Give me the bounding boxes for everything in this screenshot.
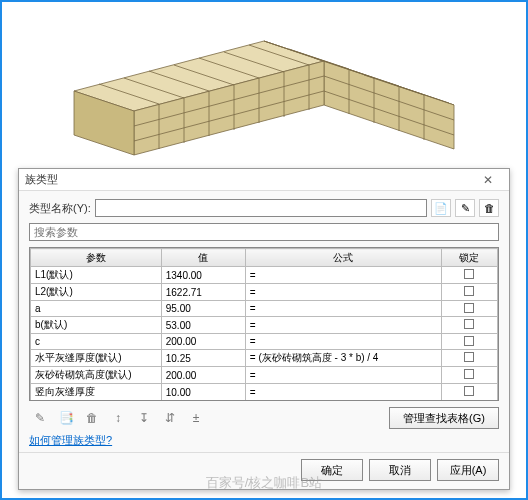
- brick-wall-illustration: [54, 11, 474, 161]
- titlebar: 族类型 ✕: [19, 169, 509, 191]
- tool-delete[interactable]: 🗑: [81, 408, 103, 428]
- col-value: 值: [161, 249, 245, 267]
- dialog-title: 族类型: [25, 172, 58, 187]
- table-row[interactable]: 水平灰缝厚度(默认)10.25= (灰砂砖砌筑高度 - 3 * b) / 4: [31, 350, 498, 367]
- table-row[interactable]: L2(默认)1622.71=: [31, 284, 498, 301]
- help-link[interactable]: 如何管理族类型?: [29, 433, 499, 448]
- table-row[interactable]: 灰砂砖砌筑高度(默认)200.00=: [31, 367, 498, 384]
- tool-moveup[interactable]: ↕: [107, 408, 129, 428]
- col-param: 参数: [31, 249, 162, 267]
- lock-checkbox[interactable]: [464, 369, 474, 379]
- tool-sort[interactable]: ⇵: [159, 408, 181, 428]
- document-icon: 📄: [434, 202, 448, 215]
- lock-checkbox[interactable]: [464, 352, 474, 362]
- search-input[interactable]: [29, 223, 499, 241]
- table-row[interactable]: c200.00=: [31, 334, 498, 350]
- close-icon[interactable]: ✕: [473, 172, 503, 188]
- lock-checkbox[interactable]: [464, 336, 474, 346]
- family-types-dialog: 族类型 ✕ 类型名称(Y): 📄 ✎ 🗑 参数 值 公式: [18, 168, 510, 490]
- type-name-label: 类型名称(Y):: [29, 201, 91, 216]
- lock-checkbox[interactable]: [464, 269, 474, 279]
- lock-checkbox[interactable]: [464, 286, 474, 296]
- new-type-button[interactable]: 📄: [431, 199, 451, 217]
- ok-button[interactable]: 确定: [301, 459, 363, 481]
- type-name-input[interactable]: [95, 199, 427, 217]
- col-formula: 公式: [245, 249, 441, 267]
- rename-type-button[interactable]: ✎: [455, 199, 475, 217]
- tool-edit[interactable]: ✎: [29, 408, 51, 428]
- manage-lookup-button[interactable]: 管理查找表格(G): [389, 407, 499, 429]
- table-header-row: 参数 值 公式 锁定: [31, 249, 498, 267]
- tool-new[interactable]: 📑: [55, 408, 77, 428]
- delete-icon: 🗑: [484, 202, 495, 214]
- dialog-footer: 确定 取消 应用(A): [19, 452, 509, 489]
- col-lock: 锁定: [441, 249, 497, 267]
- param-toolbar: ✎ 📑 🗑 ↕ ↧ ⇵ ± 管理查找表格(G): [29, 401, 499, 429]
- lock-checkbox[interactable]: [464, 319, 474, 329]
- delete-type-button[interactable]: 🗑: [479, 199, 499, 217]
- tool-movedown[interactable]: ↧: [133, 408, 155, 428]
- parameters-table[interactable]: 参数 值 公式 锁定 L1(默认)1340.00=L2(默认)1622.71=a…: [29, 247, 499, 401]
- cancel-button[interactable]: 取消: [369, 459, 431, 481]
- tool-tolerance[interactable]: ±: [185, 408, 207, 428]
- lock-checkbox[interactable]: [464, 386, 474, 396]
- table-row[interactable]: b(默认)53.00=: [31, 317, 498, 334]
- lock-checkbox[interactable]: [464, 303, 474, 313]
- table-row[interactable]: 竖向灰缝厚度10.00=: [31, 384, 498, 401]
- apply-button[interactable]: 应用(A): [437, 459, 499, 481]
- table-row[interactable]: a95.00=: [31, 301, 498, 317]
- model-canvas: [2, 2, 526, 162]
- rename-icon: ✎: [461, 202, 470, 215]
- table-row[interactable]: L1(默认)1340.00=: [31, 267, 498, 284]
